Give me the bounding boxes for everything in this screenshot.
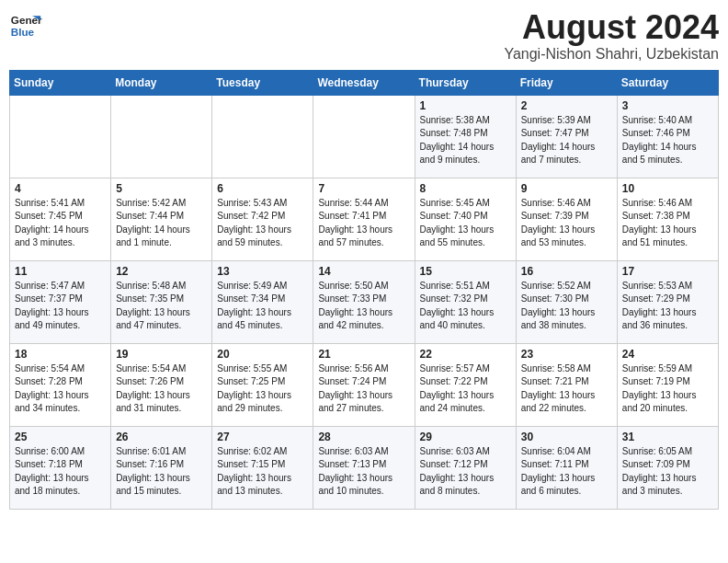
calendar-cell: 14Sunrise: 5:50 AM Sunset: 7:33 PM Dayli…: [313, 260, 415, 343]
header-wednesday: Wednesday: [313, 70, 415, 95]
day-number: 7: [318, 182, 409, 195]
month-title: August 2024: [504, 9, 719, 46]
day-info: Sunrise: 5:59 AM Sunset: 7:19 PM Dayligh…: [622, 362, 713, 416]
day-info: Sunrise: 6:05 AM Sunset: 7:09 PM Dayligh…: [622, 445, 713, 499]
calendar-cell: 19Sunrise: 5:54 AM Sunset: 7:26 PM Dayli…: [111, 343, 212, 426]
day-info: Sunrise: 5:45 AM Sunset: 7:40 PM Dayligh…: [420, 197, 511, 250]
calendar-cell: [10, 95, 111, 178]
calendar-cell: [212, 95, 313, 178]
svg-text:General: General: [11, 14, 42, 26]
calendar-cell: 8Sunrise: 5:45 AM Sunset: 7:40 PM Daylig…: [415, 178, 516, 260]
day-info: Sunrise: 6:03 AM Sunset: 7:13 PM Dayligh…: [318, 445, 409, 499]
calendar-cell: 22Sunrise: 5:57 AM Sunset: 7:22 PM Dayli…: [415, 343, 516, 426]
day-number: 9: [521, 182, 612, 195]
calendar-week-1: 1Sunrise: 5:38 AM Sunset: 7:48 PM Daylig…: [10, 95, 719, 178]
header-friday: Friday: [516, 70, 617, 95]
calendar-cell: 25Sunrise: 6:00 AM Sunset: 7:18 PM Dayli…: [10, 426, 111, 509]
logo: General Blue: [9, 9, 42, 42]
calendar-week-3: 11Sunrise: 5:47 AM Sunset: 7:37 PM Dayli…: [10, 260, 719, 343]
day-number: 3: [622, 99, 713, 112]
day-number: 4: [15, 182, 106, 195]
day-number: 26: [116, 431, 207, 443]
calendar-cell: 15Sunrise: 5:51 AM Sunset: 7:32 PM Dayli…: [415, 260, 516, 343]
day-number: 14: [318, 265, 409, 278]
day-info: Sunrise: 5:42 AM Sunset: 7:44 PM Dayligh…: [116, 197, 207, 250]
day-info: Sunrise: 5:55 AM Sunset: 7:25 PM Dayligh…: [217, 362, 308, 416]
calendar-cell: 27Sunrise: 6:02 AM Sunset: 7:15 PM Dayli…: [212, 426, 313, 509]
day-info: Sunrise: 6:04 AM Sunset: 7:11 PM Dayligh…: [521, 445, 612, 499]
day-number: 13: [217, 265, 308, 278]
day-info: Sunrise: 5:48 AM Sunset: 7:35 PM Dayligh…: [116, 280, 207, 333]
day-info: Sunrise: 6:01 AM Sunset: 7:16 PM Dayligh…: [116, 445, 207, 499]
calendar-cell: [111, 95, 212, 178]
title-block: August 2024 Yangi-Nishon Shahri, Uzbekis…: [504, 9, 719, 63]
calendar-cell: [313, 95, 415, 178]
day-info: Sunrise: 5:46 AM Sunset: 7:38 PM Dayligh…: [622, 197, 713, 250]
day-number: 6: [217, 182, 308, 195]
calendar-cell: 10Sunrise: 5:46 AM Sunset: 7:38 PM Dayli…: [617, 178, 718, 260]
header-tuesday: Tuesday: [212, 70, 313, 95]
day-info: Sunrise: 5:44 AM Sunset: 7:41 PM Dayligh…: [318, 197, 409, 250]
day-number: 11: [15, 265, 106, 278]
day-number: 22: [420, 348, 511, 361]
calendar-table: SundayMondayTuesdayWednesdayThursdayFrid…: [9, 70, 719, 510]
day-number: 8: [420, 182, 511, 195]
calendar-week-5: 25Sunrise: 6:00 AM Sunset: 7:18 PM Dayli…: [10, 426, 719, 509]
calendar-cell: 9Sunrise: 5:46 AM Sunset: 7:39 PM Daylig…: [516, 178, 617, 260]
calendar-cell: 17Sunrise: 5:53 AM Sunset: 7:29 PM Dayli…: [617, 260, 718, 343]
page-header: General Blue August 2024 Yangi-Nishon Sh…: [9, 9, 719, 63]
day-info: Sunrise: 5:51 AM Sunset: 7:32 PM Dayligh…: [420, 280, 511, 333]
day-info: Sunrise: 5:47 AM Sunset: 7:37 PM Dayligh…: [15, 280, 106, 333]
calendar-cell: 31Sunrise: 6:05 AM Sunset: 7:09 PM Dayli…: [617, 426, 718, 509]
logo-icon: General Blue: [9, 9, 42, 42]
day-info: Sunrise: 5:38 AM Sunset: 7:48 PM Dayligh…: [420, 114, 511, 167]
day-info: Sunrise: 5:49 AM Sunset: 7:34 PM Dayligh…: [217, 280, 308, 333]
day-number: 19: [116, 348, 207, 361]
day-info: Sunrise: 5:39 AM Sunset: 7:47 PM Dayligh…: [521, 114, 612, 167]
day-number: 5: [116, 182, 207, 195]
calendar-cell: 20Sunrise: 5:55 AM Sunset: 7:25 PM Dayli…: [212, 343, 313, 426]
day-number: 1: [420, 99, 511, 112]
day-info: Sunrise: 5:52 AM Sunset: 7:30 PM Dayligh…: [521, 280, 612, 333]
day-info: Sunrise: 5:57 AM Sunset: 7:22 PM Dayligh…: [420, 362, 511, 416]
calendar-cell: 28Sunrise: 6:03 AM Sunset: 7:13 PM Dayli…: [313, 426, 415, 509]
calendar-week-4: 18Sunrise: 5:54 AM Sunset: 7:28 PM Dayli…: [10, 343, 719, 426]
day-number: 24: [622, 348, 713, 361]
day-info: Sunrise: 5:46 AM Sunset: 7:39 PM Dayligh…: [521, 197, 612, 250]
calendar-cell: 13Sunrise: 5:49 AM Sunset: 7:34 PM Dayli…: [212, 260, 313, 343]
location-title: Yangi-Nishon Shahri, Uzbekistan: [504, 46, 719, 63]
calendar-cell: 21Sunrise: 5:56 AM Sunset: 7:24 PM Dayli…: [313, 343, 415, 426]
calendar-cell: 30Sunrise: 6:04 AM Sunset: 7:11 PM Dayli…: [516, 426, 617, 509]
day-number: 2: [521, 99, 612, 112]
calendar-cell: 24Sunrise: 5:59 AM Sunset: 7:19 PM Dayli…: [617, 343, 718, 426]
day-number: 20: [217, 348, 308, 361]
calendar-cell: 5Sunrise: 5:42 AM Sunset: 7:44 PM Daylig…: [111, 178, 212, 260]
day-number: 18: [15, 348, 106, 361]
day-info: Sunrise: 5:54 AM Sunset: 7:28 PM Dayligh…: [15, 362, 106, 416]
day-number: 27: [217, 431, 308, 443]
day-number: 29: [420, 431, 511, 443]
day-info: Sunrise: 5:40 AM Sunset: 7:46 PM Dayligh…: [622, 114, 713, 167]
day-info: Sunrise: 6:02 AM Sunset: 7:15 PM Dayligh…: [217, 445, 308, 499]
day-number: 25: [15, 431, 106, 443]
day-number: 21: [318, 348, 409, 361]
day-info: Sunrise: 6:00 AM Sunset: 7:18 PM Dayligh…: [15, 445, 106, 499]
header-monday: Monday: [111, 70, 212, 95]
day-info: Sunrise: 6:03 AM Sunset: 7:12 PM Dayligh…: [420, 445, 511, 499]
day-info: Sunrise: 5:41 AM Sunset: 7:45 PM Dayligh…: [15, 197, 106, 250]
day-number: 10: [622, 182, 713, 195]
calendar-cell: 12Sunrise: 5:48 AM Sunset: 7:35 PM Dayli…: [111, 260, 212, 343]
calendar-cell: 26Sunrise: 6:01 AM Sunset: 7:16 PM Dayli…: [111, 426, 212, 509]
calendar-cell: 16Sunrise: 5:52 AM Sunset: 7:30 PM Dayli…: [516, 260, 617, 343]
calendar-cell: 11Sunrise: 5:47 AM Sunset: 7:37 PM Dayli…: [10, 260, 111, 343]
calendar-cell: 1Sunrise: 5:38 AM Sunset: 7:48 PM Daylig…: [415, 95, 516, 178]
day-number: 15: [420, 265, 511, 278]
svg-text:Blue: Blue: [11, 26, 35, 38]
day-info: Sunrise: 5:54 AM Sunset: 7:26 PM Dayligh…: [116, 362, 207, 416]
day-number: 12: [116, 265, 207, 278]
calendar-body: 1Sunrise: 5:38 AM Sunset: 7:48 PM Daylig…: [10, 95, 719, 509]
calendar-cell: 23Sunrise: 5:58 AM Sunset: 7:21 PM Dayli…: [516, 343, 617, 426]
calendar-cell: 29Sunrise: 6:03 AM Sunset: 7:12 PM Dayli…: [415, 426, 516, 509]
calendar-cell: 18Sunrise: 5:54 AM Sunset: 7:28 PM Dayli…: [10, 343, 111, 426]
day-info: Sunrise: 5:53 AM Sunset: 7:29 PM Dayligh…: [622, 280, 713, 333]
